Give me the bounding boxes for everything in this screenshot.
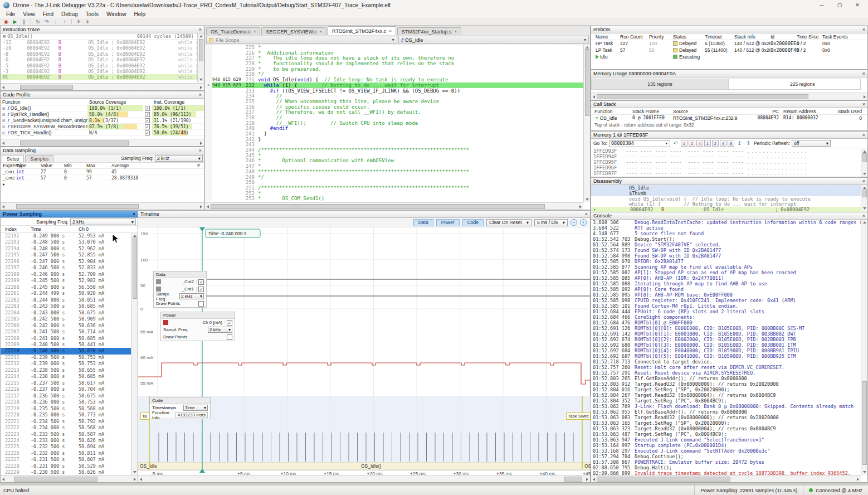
table-row[interactable]: 22217-0.236 500 s58.675 mA <box>1 393 131 399</box>
run-icon[interactable]: ▶ <box>11 18 19 25</box>
coverage-checkbox[interactable]: ✓ <box>143 105 152 111</box>
breakpoint-gutter[interactable] <box>205 66 212 72</box>
breakpoint-gutter[interactable] <box>205 120 212 126</box>
tab-SEGGER_SYSVIEW.c[interactable]: SEGGER_SYSVIEW.c× <box>261 27 326 35</box>
disassembly-rows[interactable]: OS_Idle$Thumbvoid OS_Idle(void) { // Idl… <box>591 185 867 212</box>
power-icon[interactable]: ◉ <box>2 18 10 25</box>
breakpoint-gutter[interactable] <box>205 99 212 104</box>
close-icon[interactable]: × <box>199 148 202 153</box>
table-row[interactable]: -608004E92BOS_Idle ; 0x08004E92while (1) <box>1 57 204 62</box>
close-icon[interactable]: × <box>133 212 135 217</box>
sampl-freq-select[interactable]: 2 kHz▾ <box>208 327 232 333</box>
code-line[interactable]: 227* The idle loop does not have a stack… <box>205 55 583 61</box>
close-icon[interactable]: × <box>862 133 865 138</box>
sampl-freq-select[interactable]: 2 kHz▾ <box>179 293 204 299</box>
call-stack-row[interactable]: ➜OS_Idle 0 @ 2001FFE0 RTOSInit_STM32F4xx… <box>591 115 867 122</box>
breakpoint-gutter[interactable] <box>205 61 212 66</box>
code-line[interactable]: 246* Optional communication with embOSVi… <box>205 158 583 163</box>
pc-arrow-icon[interactable]: ➜ <box>205 82 212 88</box>
close-icon[interactable]: × <box>199 93 202 98</box>
code-profile-column-header[interactable]: Function Source Coverage Inst. Coverage <box>1 99 204 105</box>
code-view[interactable]: 225*226* Additional information227* The … <box>205 45 583 202</box>
horizontal-scrollbar[interactable] <box>1 139 204 146</box>
timeline-graph[interactable]: 15010050065 mA60 mA55 mAOS_IdleOS_Idle()… <box>138 227 591 477</box>
table-row[interactable]: 22200-0.245 000 s56.550 mA <box>1 284 131 290</box>
table-row[interactable]: 22216-0.237 000 s58.704 mA <box>1 386 131 392</box>
display-width-4-button[interactable]: 4 <box>720 140 726 147</box>
menu-item-file[interactable]: File <box>2 11 19 17</box>
table-row[interactable]: 22195-0.247 500 s52.855 mA <box>1 252 131 258</box>
code-line[interactable]: 247* <box>205 163 583 169</box>
code-line[interactable]: ➜948 015 629232 while (1) { // Nothing t… <box>205 82 583 88</box>
timeline-toggle-code[interactable]: Code <box>462 219 484 226</box>
memory-row[interactable]: 1FFED94F---- ---- ---- ---- ---- ---- --… <box>591 154 867 159</box>
code-line[interactable]: 253* OS_COM_Send1() <box>205 196 583 201</box>
code-line[interactable]: 239 //__WFI(); // Switch CPU into sleep … <box>205 120 583 126</box>
breakpoint-gutter[interactable] <box>205 196 212 201</box>
zoom-out-icon[interactable]: − <box>570 219 577 226</box>
menu-item-debug[interactable]: Debug <box>57 11 81 17</box>
breakpoint-gutter[interactable] <box>205 125 212 131</box>
table-row[interactable]: ▸ <box>1 181 204 187</box>
table-row[interactable]: -308004E92BOS_Idle ; 0x08004E92while (1) <box>1 69 204 74</box>
horizontal-scrollbar[interactable] <box>1 83 204 90</box>
close-icon[interactable]: × <box>585 212 588 217</box>
code-line[interactable]: 250 <box>205 179 583 185</box>
code-line[interactable]: 228* functionality should be implemented… <box>205 61 583 66</box>
breakpoint-gutter[interactable] <box>205 169 212 174</box>
breakpoint-gutter[interactable] <box>205 179 212 185</box>
disassembly-line[interactable]: $Thumb <box>591 191 867 196</box>
table-row[interactable]: 22205-0.242 500 s58.909 mA <box>1 316 131 322</box>
call-stack-column-header[interactable]: Function Stack Frame Source PC Return Ad… <box>591 108 867 115</box>
table-row[interactable]: 22209-0.240 500 s58.441 mA <box>1 342 131 348</box>
breakpoint-gutter[interactable] <box>205 131 212 137</box>
import-icon[interactable]: ↧ <box>745 140 752 146</box>
page-up-icon[interactable]: ⇞ <box>75 18 82 25</box>
display-width-8-button[interactable]: 8 <box>728 140 734 147</box>
table-row[interactable]: 22215-0.237 500 s58.617 mA <box>1 380 131 386</box>
table-row[interactable]: 22208-0.241 000 s58.685 mA <box>1 336 131 342</box>
code-line[interactable]: 238 // <box>205 115 583 120</box>
series-checkbox[interactable]: ✓ <box>198 279 204 285</box>
table-row[interactable]: 22223-0.233 500 s58.587 mA <box>1 431 131 438</box>
close-icon[interactable]: × <box>199 27 202 32</box>
close-icon[interactable]: × <box>862 27 865 32</box>
code-line[interactable]: 233 #if ((OS_VIEW_IFSELECT != OS_VIEW_IF… <box>205 88 583 94</box>
page-down-icon[interactable]: ⇟ <box>84 18 91 25</box>
symbol-scope-select[interactable]: f OS_Idle ▾ <box>398 36 589 44</box>
table-row[interactable]: 22196-0.247 000 s52.904 mA <box>1 259 131 265</box>
table-row[interactable]: 22226-0.232 000 s58.811 mA <box>1 450 131 457</box>
breakpoint-gutter[interactable] <box>205 174 212 180</box>
close-button[interactable]: ✕ <box>850 2 865 8</box>
breakpoint-gutter[interactable] <box>205 163 212 169</box>
table-row[interactable]: 22211-0.239 500 s58.753 mA <box>1 355 131 361</box>
breakpoint-gutter[interactable] <box>205 137 212 142</box>
disassembly-line[interactable]: OS_Idle <box>591 185 867 191</box>
memory-row[interactable]: 1FFED97F---- ---- ---- ---- ---- ---- --… <box>591 171 867 176</box>
close-icon[interactable]: × <box>389 28 392 33</box>
code-line[interactable]: 240 #endif <box>205 125 583 131</box>
vertical-scrollbar[interactable] <box>861 185 867 211</box>
sampling-freq-select[interactable]: 2 kHz▾ <box>70 219 136 225</box>
expand-icon[interactable]: ⊞ <box>2 130 6 135</box>
table-row[interactable]: ⊞fOS_Idle()100.0% (1/1)✓100.0% (1/1) <box>1 105 204 111</box>
access-width-1-button[interactable]: 1 <box>681 140 687 147</box>
timestamps-select[interactable]: Time▾ <box>183 405 208 411</box>
vertical-scrollbar[interactable] <box>197 33 204 82</box>
close-icon[interactable]: × <box>253 29 256 34</box>
expand-icon[interactable]: ⊞ <box>2 118 6 123</box>
close-icon[interactable]: × <box>862 179 865 184</box>
table-row[interactable]: 22202-0.244 000 s58.051 mA <box>1 297 131 303</box>
close-icon[interactable]: × <box>862 213 865 219</box>
table-row[interactable]: 22224-0.233 000 s58.626 mA <box>1 438 131 444</box>
code-line[interactable]: 234 // <box>205 93 583 99</box>
display-width-2-button[interactable]: 2 <box>712 140 719 147</box>
breakpoint-gutter[interactable] <box>205 109 212 115</box>
tab-RTOSInit_STM32F4xx.c[interactable]: RTOSInit_STM32F4xx.c× <box>328 26 396 35</box>
code-line[interactable]: 243 <box>205 142 583 147</box>
table-row[interactable]: HP Task227100Delayed5 (11350)140 / 512 @… <box>591 40 867 47</box>
expand-icon[interactable]: ⊞ <box>2 111 6 117</box>
table-row[interactable]: 22198-0.246 000 s52.709 mA <box>1 271 131 278</box>
table-row[interactable]: 22206-0.242 000 s58.636 mA <box>1 323 131 329</box>
breakpoint-gutter[interactable] <box>205 88 212 94</box>
